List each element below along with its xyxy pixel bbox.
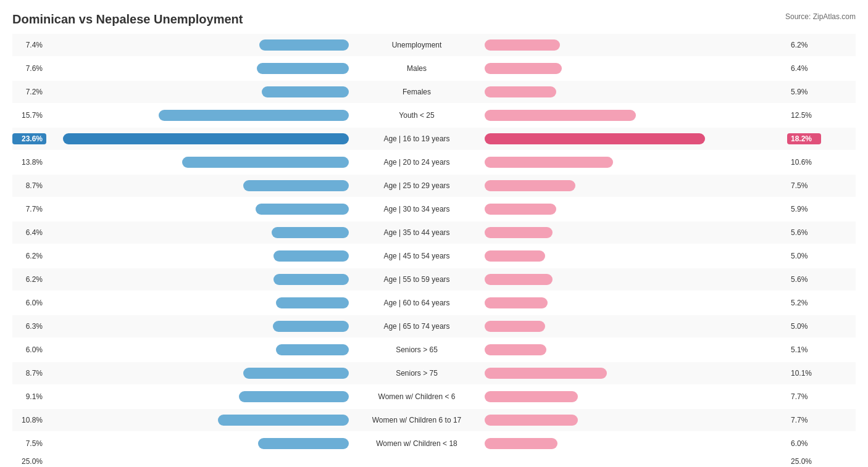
row-label: Age | 45 to 54 years	[349, 252, 485, 260]
right-value: 10.6%	[787, 158, 821, 167]
left-value: 23.6%	[12, 133, 46, 144]
left-bar	[63, 133, 349, 144]
right-bar	[485, 133, 705, 144]
left-bar-container	[46, 63, 349, 74]
left-bar	[273, 274, 349, 285]
chart-row: 10.8%Women w/ Children 6 to 177.7%	[12, 409, 856, 431]
left-bar-container	[46, 157, 349, 168]
right-bar-container	[485, 110, 787, 121]
row-label: Age | 60 to 64 years	[349, 299, 485, 307]
right-bar	[485, 415, 578, 426]
right-value: 5.6%	[787, 228, 821, 237]
right-value: 5.0%	[787, 322, 821, 331]
left-bar	[276, 344, 349, 355]
right-value: 7.7%	[787, 392, 821, 401]
left-bar-container	[46, 133, 349, 144]
left-value: 6.2%	[12, 252, 46, 260]
left-bar-container	[46, 344, 349, 355]
left-value: 6.0%	[12, 345, 46, 354]
right-bar	[485, 180, 575, 191]
row-label: Seniors > 75	[349, 369, 485, 378]
row-label: Age | 16 to 19 years	[349, 134, 485, 143]
chart-row: 7.4%Unemployment6.2%	[12, 34, 856, 56]
left-bar-container	[46, 110, 349, 121]
left-bar	[218, 415, 349, 426]
chart-row: 7.2%Females5.9%	[12, 81, 856, 103]
right-value: 7.5%	[787, 181, 821, 190]
right-value: 6.2%	[787, 41, 821, 49]
right-bar	[485, 86, 556, 97]
chart-row: 6.4%Age | 35 to 44 years5.6%	[12, 221, 856, 244]
left-value: 8.7%	[12, 181, 46, 190]
left-bar	[258, 438, 349, 449]
left-bar-container	[46, 227, 349, 238]
chart-row: 6.2%Age | 45 to 54 years5.0%	[12, 245, 856, 267]
left-bar	[159, 110, 349, 121]
right-value: 5.6%	[787, 275, 821, 284]
right-bar	[485, 321, 545, 332]
left-value: 10.8%	[12, 416, 46, 424]
right-bar-container	[485, 63, 787, 74]
row-label: Unemployment	[349, 41, 485, 49]
axis-left-label: 25.0%	[12, 457, 46, 466]
right-bar	[485, 274, 553, 285]
left-value: 6.2%	[12, 275, 46, 284]
right-bar-container	[485, 321, 787, 332]
left-bar-container	[46, 415, 349, 426]
left-bar	[272, 227, 349, 238]
chart-row: 6.3%Age | 65 to 74 years5.0%	[12, 315, 856, 337]
left-bar-container	[46, 204, 349, 215]
right-bar-container	[485, 180, 787, 191]
right-bar	[485, 110, 636, 121]
left-bar-container	[46, 250, 349, 262]
chart-title: Dominican vs Nepalese Unemployment	[12, 12, 243, 27]
right-bar	[485, 157, 613, 168]
left-value: 6.4%	[12, 228, 46, 237]
left-value: 7.2%	[12, 88, 46, 96]
right-value: 5.9%	[787, 205, 821, 213]
right-bar-container	[485, 368, 787, 379]
right-value: 6.0%	[787, 439, 821, 448]
row-label: Age | 30 to 34 years	[349, 205, 485, 213]
left-value: 7.7%	[12, 205, 46, 213]
left-value: 7.5%	[12, 439, 46, 448]
right-bar-container	[485, 86, 787, 97]
right-bar-container	[485, 250, 787, 262]
row-label: Women w/ Children < 6	[349, 392, 485, 401]
left-bar	[256, 204, 349, 215]
axis-row: 25.0% 25.0%	[12, 457, 856, 466]
right-bar	[485, 204, 556, 215]
row-label: Age | 55 to 59 years	[349, 275, 485, 284]
chart-row: 8.7%Seniors > 7510.1%	[12, 362, 856, 384]
right-bar-container	[485, 297, 787, 308]
chart-row: 6.0%Age | 60 to 64 years5.2%	[12, 292, 856, 314]
right-bar-container	[485, 415, 787, 426]
left-bar-container	[46, 86, 349, 97]
row-label: Males	[349, 64, 485, 73]
axis-right-label: 25.0%	[787, 457, 821, 466]
left-bar-container	[46, 391, 349, 402]
right-bar-container	[485, 391, 787, 402]
chart-row: 6.0%Seniors > 655.1%	[12, 339, 856, 361]
row-label: Age | 35 to 44 years	[349, 228, 485, 237]
row-label: Age | 25 to 29 years	[349, 181, 485, 190]
left-value: 6.3%	[12, 322, 46, 331]
left-value: 7.4%	[12, 41, 46, 49]
left-bar-container	[46, 180, 349, 191]
left-bar	[262, 86, 349, 97]
chart-row: 9.1%Women w/ Children < 67.7%	[12, 386, 856, 408]
source-text: Source: ZipAtlas.com	[785, 12, 856, 21]
chart-container: Dominican vs Nepalese Unemployment Sourc…	[0, 0, 868, 467]
left-bar	[239, 391, 349, 402]
right-value: 5.0%	[787, 252, 821, 260]
left-value: 13.8%	[12, 158, 46, 167]
left-value: 9.1%	[12, 392, 46, 401]
row-label: Youth < 25	[349, 111, 485, 120]
right-bar-container	[485, 274, 787, 285]
left-bar-container	[46, 438, 349, 449]
right-bar-container	[485, 133, 787, 144]
right-bar	[485, 297, 548, 308]
right-bar	[485, 391, 578, 402]
row-label: Females	[349, 88, 485, 96]
left-bar-container	[46, 368, 349, 379]
